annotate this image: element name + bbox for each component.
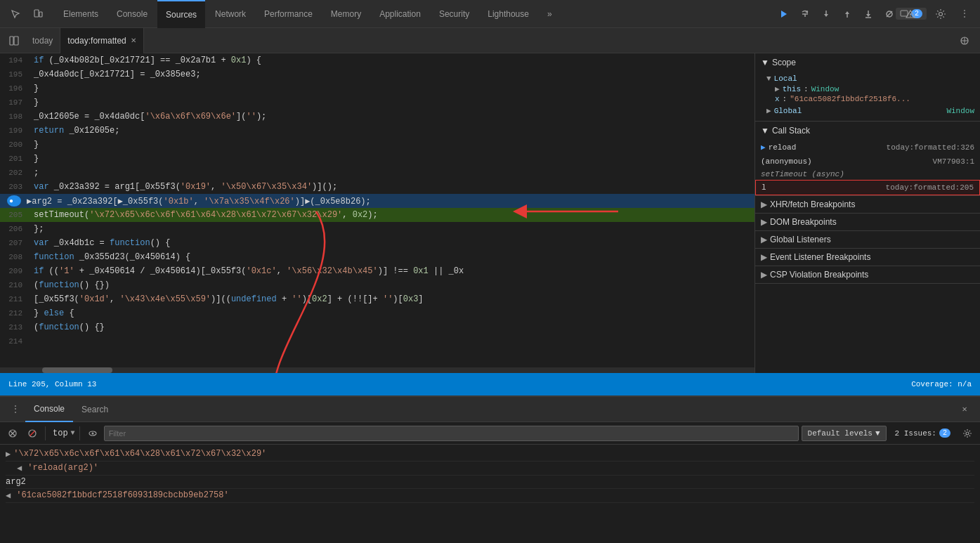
close-console-icon[interactable]: ✕ — [955, 400, 974, 419]
code-line-207: 207 var _0x4db1c = function() { — [0, 236, 754, 250]
console-line-3: arg2 — [6, 476, 974, 489]
tab-elements[interactable]: Elements — [55, 0, 107, 28]
toolbar-divider2 — [79, 426, 80, 440]
step-into-btn[interactable] — [816, 4, 836, 24]
tab-more[interactable]: » — [539, 0, 561, 28]
console-settings-btn[interactable] — [959, 425, 976, 442]
console-panel: ⋮ Console Search ✕ top ▼ Default levels — [0, 395, 980, 543]
tab-memory[interactable]: Memory — [322, 0, 370, 28]
more-options-icon[interactable]: ⋮ — [955, 4, 974, 24]
file-tabbar: today today:formatted ✕ — [0, 28, 980, 53]
step-over-btn[interactable] — [795, 4, 815, 24]
callstack-async: setTimeout (async) — [755, 169, 980, 180]
local-arrow[interactable]: ▼ — [766, 74, 771, 83]
filter-input[interactable] — [104, 426, 799, 441]
tab-sources[interactable]: Sources — [157, 0, 205, 28]
svg-point-19 — [910, 16, 910, 17]
file-tab-close[interactable]: ✕ — [131, 37, 136, 44]
code-line-198: 198 _0x12605e = _0x4da0dc['\x6a\x6f\x69\… — [0, 110, 754, 124]
svg-point-34 — [966, 432, 969, 435]
callstack-anonymous[interactable]: (anonymous) VM77903:1 — [755, 155, 980, 169]
step-out-btn[interactable] — [837, 4, 857, 24]
code-line-213: 213 (function() {} — [0, 320, 754, 334]
top-tabbar: Elements Console Sources Network Perform… — [0, 0, 980, 28]
event-listener-breakpoints: ▶ Event Listener Breakpoints — [755, 249, 980, 266]
scope-this[interactable]: ▶ this : Window — [775, 84, 974, 93]
svg-rect-20 — [10, 37, 13, 45]
issues-badge[interactable]: 2 Issues: 2 — [889, 427, 956, 439]
callstack-header[interactable]: ▼ Call Stack — [755, 122, 980, 140]
dom-bp-header[interactable]: ▶ DOM Breakpoints — [755, 214, 980, 230]
step-btn[interactable] — [858, 4, 878, 24]
tab-lighthouse[interactable]: Lighthouse — [479, 0, 537, 28]
tab-application[interactable]: Application — [371, 0, 429, 28]
svg-line-31 — [30, 431, 35, 436]
deactivate-bp-btn[interactable] — [880, 4, 899, 24]
code-line-194: 194 if (_0x4b082b[_0x217721] == _0x2a7b1… — [0, 53, 754, 67]
tab-performance[interactable]: Performance — [256, 0, 321, 28]
clear-console-btn[interactable] — [4, 425, 21, 442]
scope-body: ▼ Local ▶ this : Window x : "61cac5082f1… — [755, 72, 980, 121]
tab-security[interactable]: Security — [431, 0, 478, 28]
svg-marker-11 — [845, 11, 849, 14]
block-requests-btn[interactable] — [24, 425, 41, 442]
code-line-211: 211 [_0x55f3('0x1d', '\x43\x4e\x55\x59')… — [0, 292, 754, 306]
console-menu-icon[interactable]: ⋮ — [6, 400, 25, 419]
code-line-208: 208 function _0x355d23(_0x450614) { — [0, 250, 754, 264]
tab-console[interactable]: Console — [108, 0, 156, 28]
code-line-210: 210 (function() {}) — [0, 278, 754, 292]
issues-count: 2 — [939, 428, 950, 438]
tab-network[interactable]: Network — [207, 0, 254, 28]
scope-x[interactable]: x : "61cac5082f1bbdcf2518f6... — [775, 95, 974, 103]
console-line-1: ▶ '\x72\x65\x6c\x6f\x61\x64\x28\x61\x72\… — [6, 447, 974, 462]
console-toolbar: top ▼ Default levels ▼ 2 Issues: 2 — [0, 422, 980, 445]
tab-console-bottom[interactable]: Console — [25, 397, 73, 422]
expand-arrow-1[interactable]: ▶ — [6, 449, 11, 459]
dom-breakpoints: ▶ DOM Breakpoints — [755, 214, 980, 231]
callstack-section: ▼ Call Stack ▶reload today:formatted:326… — [755, 122, 980, 196]
default-levels-btn[interactable]: Default levels ▼ — [802, 426, 887, 441]
scope-header[interactable]: ▼ Scope — [755, 53, 980, 72]
code-line-205: 205 setTimeout('\x72\x65\x6c\x6f\x61\x64… — [0, 208, 754, 222]
status-coverage: Coverage: n/a — [911, 380, 972, 388]
xhr-bp-header[interactable]: ▶ XHR/fetch Breakpoints — [755, 196, 980, 213]
code-panel: 194 if (_0x4b082b[_0x217721] == _0x2a7b1… — [0, 53, 755, 373]
svg-rect-21 — [14, 37, 18, 45]
global-listeners: ▶ Global Listeners — [755, 231, 980, 249]
status-position: Line 205, Column 13 — [8, 380, 96, 388]
svg-marker-4 — [781, 11, 787, 18]
pause-resume-btn[interactable] — [774, 4, 794, 24]
toolbar-divider — [45, 426, 46, 440]
code-line-204: ● ▶arg2 = _0x23a392[▶_0x55f3('0x1b', '\x… — [0, 194, 754, 208]
scope-section: ▼ Scope ▼ Local ▶ this : Window x — [755, 53, 980, 122]
svg-marker-9 — [824, 14, 828, 17]
pause-exceptions-btn[interactable] — [901, 4, 920, 24]
global-arrow[interactable]: ▶ — [766, 106, 771, 115]
global-listeners-header[interactable]: ▶ Global Listeners — [755, 231, 980, 248]
right-panel: ▼ Scope ▼ Local ▶ this : Window x — [755, 53, 980, 373]
code-line-214: 214 — [0, 334, 754, 348]
event-bp-header[interactable]: ▶ Event Listener Breakpoints — [755, 249, 980, 266]
xhr-breakpoints: ▶ XHR/fetch Breakpoints — [755, 196, 980, 214]
inspect-icon[interactable] — [6, 4, 25, 24]
console-tabbar: ⋮ Console Search ✕ — [0, 397, 980, 422]
top-selector-label: top — [50, 428, 71, 438]
device-icon[interactable] — [28, 4, 48, 24]
top-selector-wrapper: top ▼ — [50, 428, 75, 438]
file-tab-today[interactable]: today — [25, 28, 60, 53]
code-line-212: 212 } else { — [0, 306, 754, 320]
svg-point-3 — [939, 12, 943, 15]
code-line-202: 202 ; — [0, 166, 754, 180]
sidebar-toggle[interactable] — [6, 32, 22, 49]
tab-search[interactable]: Search — [73, 397, 117, 422]
settings-icon[interactable] — [931, 4, 950, 24]
file-tab-today-formatted[interactable]: today:formatted ✕ — [60, 28, 143, 53]
svg-marker-13 — [866, 14, 870, 17]
top-selector-arrow[interactable]: ▼ — [71, 429, 75, 437]
callstack-reload[interactable]: ▶reload today:formatted:326 — [755, 140, 980, 155]
console-output: ▶ '\x72\x65\x6c\x6f\x61\x64\x28\x61\x72\… — [0, 445, 980, 543]
callstack-l[interactable]: l today:formatted:205 — [755, 180, 980, 195]
csp-bp-header[interactable]: ▶ CSP Violation Breakpoints — [755, 266, 980, 283]
network-request-icon[interactable] — [955, 31, 974, 51]
eye-icon[interactable] — [84, 425, 101, 442]
